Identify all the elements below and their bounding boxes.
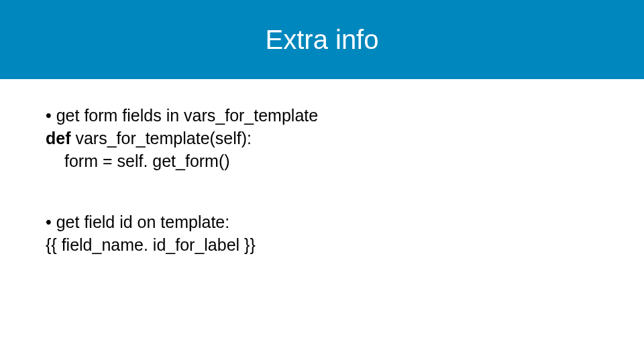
bullet-item-1: • get form fields in vars_for_template	[46, 105, 598, 127]
code-def-line: def vars_for_template(self):	[46, 127, 598, 150]
title-bar: Extra info	[0, 0, 644, 79]
code-body-line: form = self. get_form()	[46, 150, 598, 173]
slide-body: • get form fields in vars_for_template d…	[0, 79, 644, 282]
section-2: • get field id on template: {{ field_nam…	[46, 211, 598, 257]
template-expression: {{ field_name. id_for_label }}	[46, 234, 598, 257]
slide-title: Extra info	[266, 25, 379, 55]
section-1: • get form fields in vars_for_template d…	[46, 105, 598, 172]
def-keyword: def	[46, 129, 71, 147]
def-signature: vars_for_template(self):	[71, 129, 252, 147]
bullet-item-2: • get field id on template:	[46, 211, 598, 234]
